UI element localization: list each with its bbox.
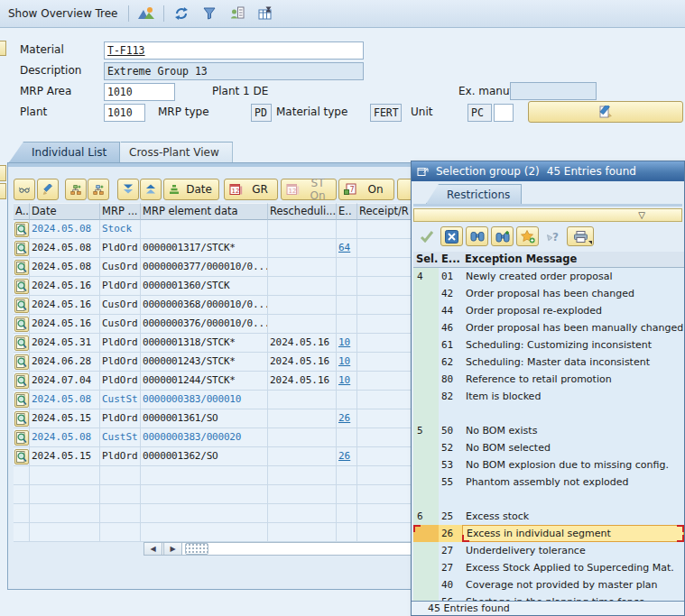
tab-individual-list[interactable]: Individual List [9,142,120,162]
find-next-button[interactable] [491,226,514,246]
exception-row[interactable]: 6 25 Excess stock [413,508,684,525]
exception-link[interactable]: 10 [337,372,357,391]
edit-notes-button[interactable] [528,101,683,123]
col-header-exception-no[interactable]: E... [439,252,462,267]
col-header-exception-message[interactable]: Exception Message [462,252,684,267]
detail-magnifier-icon[interactable] [14,260,29,275]
exception-link[interactable] [337,391,357,409]
exception-row[interactable]: 44 Order proposal re-exploded [413,302,684,319]
close-button[interactable] [440,226,463,246]
mrp-area-input[interactable]: 1010 [104,83,175,101]
cell-exception-number: 46 [439,319,462,336]
exception-link[interactable] [337,504,357,523]
col-header-action[interactable]: A.. [14,203,30,220]
refresh-icon[interactable] [171,3,192,24]
exception-row[interactable]: 4 01 Newly created order proposal [413,268,684,285]
detail-magnifier-icon[interactable] [14,449,29,464]
exception-row[interactable]: 61 Scheduling: Customizing inconsistent [413,336,684,354]
col-header-rescheduling[interactable]: Rescheduli... [268,203,337,220]
find-button[interactable] [466,226,488,246]
exception-link[interactable] [337,485,357,504]
st-on-date-button[interactable]: 12 ST On [281,179,337,200]
print-dropdown-arrow[interactable] [588,241,592,244]
show-overview-tree-button[interactable]: Show Overview Tree [5,5,122,22]
plant-input[interactable]: 1010 [104,104,145,122]
detail-magnifier-icon[interactable] [14,354,29,370]
user-settings-icon[interactable] [227,3,248,24]
exception-row[interactable]: 46 Order proposal has been manually chan… [413,319,684,336]
sort-by-date-button[interactable]: Date [163,179,219,200]
exception-link[interactable] [337,523,357,542]
order-tree-button[interactable] [65,179,87,200]
exception-link[interactable] [337,315,357,334]
filter-icon[interactable] [199,3,220,24]
exception-row[interactable]: 26 Excess in individual segment [413,525,684,542]
detail-magnifier-icon[interactable] [14,241,29,256]
exception-row[interactable]: 40 Coverage not provided by master plan [413,576,684,593]
display-glasses-button[interactable] [14,179,35,200]
exception-link[interactable] [337,466,357,485]
product-tree-button[interactable] [88,179,109,200]
scroll-right-button[interactable]: ▶ [163,542,182,556]
toolbar-separator [128,5,129,22]
exception-link[interactable]: 10 [337,353,357,372]
detail-magnifier-icon[interactable] [14,317,29,332]
exception-row[interactable] [413,491,684,508]
dropdown-triangle-icon[interactable]: ▽ [638,209,645,221]
exception-row[interactable]: 52 No BOM selected [413,439,684,456]
unit-field-2[interactable] [494,104,514,122]
exception-link[interactable]: 26 [337,447,357,466]
exception-link[interactable] [337,428,357,447]
selection-dropdown-field[interactable]: ▽ [413,208,682,222]
detail-magnifier-icon[interactable] [14,279,29,294]
exception-link[interactable] [337,277,357,296]
cell-mrp-element: Stock [100,220,141,239]
exception-row[interactable]: 82 Item is blocked [413,388,684,405]
exception-link[interactable]: 10 [337,334,357,353]
exception-row[interactable]: 5 50 No BOM exists [413,422,684,439]
col-header-element-data[interactable]: MRP element data [141,203,268,220]
exception-link[interactable] [337,220,357,239]
detail-magnifier-icon[interactable] [14,336,29,351]
on-date-button[interactable]: 7 On [338,179,394,200]
scroll-left-button[interactable]: ◀ [143,542,162,556]
collapse-all-button[interactable] [140,179,162,200]
detail-magnifier-icon[interactable] [14,298,29,313]
col-header-mrp[interactable]: MRP ... [100,203,141,220]
detail-magnifier-icon[interactable] [14,411,29,427]
detail-magnifier-icon[interactable] [14,392,29,408]
exception-row[interactable]: 62 Scheduling: Master data inconsistent [413,354,684,371]
print-button[interactable] [567,226,594,246]
detail-magnifier-icon[interactable] [14,222,29,237]
detail-magnifier-icon[interactable] [14,430,29,446]
exception-row[interactable]: 53 No BOM explosion due to missing confi… [413,456,684,473]
col-header-exception[interactable]: E.. [337,203,357,220]
exception-row[interactable] [413,405,684,422]
tab-cross-plant-view[interactable]: Cross-Plant View [106,142,233,162]
tab-restrictions[interactable]: Restrictions [426,184,522,204]
exception-row[interactable]: 27 Underdelivery tolerance [413,542,684,559]
exception-row[interactable]: 56 Shortage in the planning time fence [413,593,684,601]
add-favorite-button[interactable] [516,226,539,246]
help-button[interactable]: ? [542,226,564,246]
exception-row[interactable]: 27 Excess Stock Applied to Superceding M… [413,559,684,576]
expand-all-button[interactable] [117,179,139,200]
col-header-sel[interactable]: Sel.. [413,252,439,267]
edit-button[interactable] [37,179,59,200]
col-header-date[interactable]: Date [30,203,100,220]
exception-row[interactable]: 80 Reference to retail promotion [413,371,684,388]
period-totals-icon[interactable] [255,3,276,24]
exception-row[interactable]: 55 Phantom assembly not exploded [413,473,684,491]
accept-button[interactable] [415,226,438,246]
exception-link[interactable] [337,258,357,277]
dialog-title-bar[interactable]: Selection group (2) 45 Entries found [412,161,684,181]
detail-magnifier-icon[interactable] [14,373,29,389]
scrollbar-grip[interactable] [185,543,208,555]
gr-date-button[interactable]: 12 GR [224,179,278,200]
exception-link[interactable]: 64 [337,239,357,258]
exception-row[interactable]: 42 Order proposal has been changed [413,285,684,302]
exception-link[interactable]: 26 [337,409,357,428]
graphic-overview-icon[interactable] [135,3,157,24]
material-input[interactable]: T-F113 [104,41,364,60]
exception-link[interactable] [337,296,357,315]
